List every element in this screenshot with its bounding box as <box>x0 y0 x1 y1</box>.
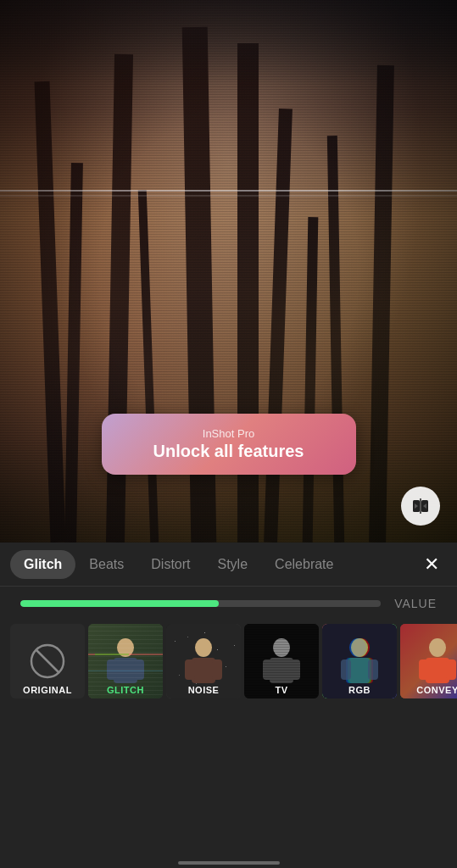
no-entry-icon <box>29 643 66 680</box>
svg-rect-25 <box>179 675 180 676</box>
unlock-subtitle: InShot Pro <box>203 427 254 440</box>
svg-rect-22 <box>187 637 188 637</box>
tab-distort[interactable]: Distort <box>137 550 203 579</box>
tab-celebrate[interactable]: Celebrate <box>261 550 347 579</box>
main-image-area: InShot Pro Unlock all features <box>0 0 457 542</box>
svg-rect-18 <box>192 658 215 683</box>
svg-rect-27 <box>234 645 235 646</box>
svg-line-6 <box>36 649 59 673</box>
filter-convey[interactable]: CONVEY <box>400 624 457 841</box>
svg-rect-21 <box>175 641 176 642</box>
svg-point-17 <box>195 638 212 657</box>
filter-original[interactable]: ORIGINAL <box>10 624 85 841</box>
filter-tv[interactable]: TV <box>244 624 319 841</box>
value-slider[interactable] <box>20 600 381 607</box>
filter-glitch[interactable]: GLITCH <box>88 624 163 841</box>
filter-label-glitch: GLITCH <box>88 682 163 698</box>
filter-noise[interactable]: NOISE <box>166 624 241 841</box>
svg-rect-26 <box>204 632 205 633</box>
slider-area: VALUE <box>0 587 457 617</box>
close-button[interactable]: ✕ <box>416 549 447 580</box>
filter-thumb-rgb: RGB <box>322 624 397 698</box>
close-icon: ✕ <box>424 555 439 574</box>
tab-beats[interactable]: Beats <box>75 550 137 579</box>
filter-thumb-glitch: GLITCH <box>88 624 163 698</box>
home-bar <box>178 861 280 865</box>
svg-rect-46 <box>368 659 378 680</box>
slider-fill <box>20 600 219 607</box>
svg-rect-19 <box>185 659 195 680</box>
filter-thumb-tv: TV <box>244 624 319 698</box>
filter-label-noise: NOISE <box>166 682 241 698</box>
tab-bar: GlitchBeatsDistortStyleCelebrate✕ <box>0 542 457 587</box>
tab-glitch[interactable]: Glitch <box>10 550 75 579</box>
svg-rect-20 <box>212 659 222 680</box>
tab-style[interactable]: Style <box>204 550 262 579</box>
svg-rect-51 <box>419 659 429 680</box>
filter-label-rgb: RGB <box>322 682 397 698</box>
unlock-banner[interactable]: InShot Pro Unlock all features <box>102 414 356 475</box>
home-indicator <box>0 854 457 868</box>
filter-thumb-original: ORIGINAL <box>10 624 85 698</box>
compare-button[interactable] <box>401 487 440 526</box>
filter-thumb-noise: NOISE <box>166 624 241 698</box>
unlock-title: Unlock all features <box>153 442 304 461</box>
compare-icon <box>411 497 430 515</box>
filter-label-original: ORIGINAL <box>10 682 85 698</box>
filter-thumb-convey: CONVEY <box>400 624 457 698</box>
svg-point-49 <box>429 638 446 657</box>
svg-rect-52 <box>446 659 456 680</box>
filter-label-convey: CONVEY <box>400 682 457 698</box>
value-label: VALUE <box>394 597 437 610</box>
svg-rect-45 <box>341 659 351 680</box>
filter-label-tv: TV <box>244 682 319 698</box>
svg-rect-23 <box>217 649 218 650</box>
filter-rgb[interactable]: RGB <box>322 624 397 841</box>
filter-row: ORIGINAL GLITCH <box>0 617 457 854</box>
controls-area: GlitchBeatsDistortStyleCelebrate✕ VALUE … <box>0 542 457 868</box>
svg-point-44 <box>351 638 368 657</box>
svg-rect-24 <box>226 666 226 667</box>
svg-rect-50 <box>426 658 449 683</box>
